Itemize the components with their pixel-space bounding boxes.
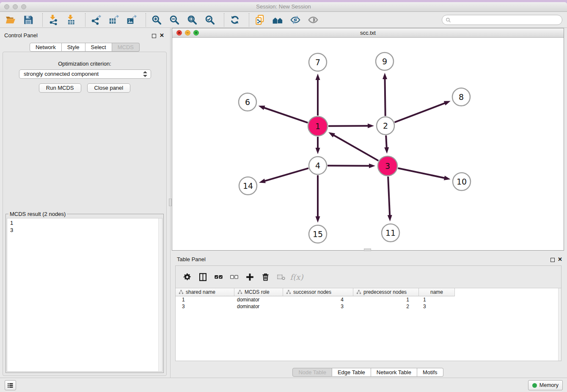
control-panel-tabs: NetworkStyleSelectMCDS xyxy=(0,43,169,52)
clone-network-icon[interactable] xyxy=(254,14,265,25)
tab-select[interactable]: Select xyxy=(85,43,112,52)
tab-mcds[interactable]: MCDS xyxy=(112,43,140,52)
graph-node-2[interactable]: 2 xyxy=(377,117,394,135)
table-cell[interactable]: 3 xyxy=(176,304,234,310)
home-icon[interactable] xyxy=(272,14,283,25)
table-cell[interactable]: 3 xyxy=(419,304,455,310)
search-field[interactable] xyxy=(442,15,562,25)
network-canvas[interactable]: 7968124314101511 xyxy=(172,38,564,250)
control-panel-close-button[interactable]: ✕ xyxy=(160,33,164,38)
result-scrollbar[interactable] xyxy=(158,218,162,371)
graph-node-14[interactable]: 14 xyxy=(239,177,257,195)
toolbar-separator xyxy=(85,13,85,27)
delete-column-icon[interactable] xyxy=(261,272,270,282)
zoom-in-icon[interactable] xyxy=(151,14,162,25)
column-header-shared-name[interactable]: shared name xyxy=(176,288,234,296)
run-mcds-button[interactable]: Run MCDS xyxy=(39,83,81,93)
panel-splitter-handle[interactable] xyxy=(169,199,172,206)
table-header-row: shared nameMCDS rolesuccessor nodesprede… xyxy=(176,288,455,296)
column-header-predecessor-nodes[interactable]: predecessor nodes xyxy=(353,288,419,296)
import-network-icon[interactable] xyxy=(48,14,59,25)
tab-node-table[interactable]: Node Table xyxy=(292,368,332,377)
dropdown-stepper-icon xyxy=(143,71,148,77)
graph-node-7[interactable]: 7 xyxy=(309,53,327,71)
graph-edge-1-4[interactable] xyxy=(316,137,320,154)
graph-edge-4-15[interactable] xyxy=(316,175,320,223)
table-cell[interactable]: 1 xyxy=(419,297,455,304)
graph-edge-3-1[interactable] xyxy=(328,132,378,160)
table-rows: 1dominator4113dominator323 xyxy=(176,297,561,310)
graph-node-1[interactable]: 1 xyxy=(308,116,328,136)
close-panel-button[interactable]: Close panel xyxy=(87,83,131,93)
graph-node-11[interactable]: 11 xyxy=(382,224,399,242)
export-table-icon[interactable] xyxy=(108,14,119,25)
table-row[interactable]: 1dominator411 xyxy=(176,297,561,304)
graph-node-10[interactable]: 10 xyxy=(453,173,471,190)
tab-edge-table[interactable]: Edge Table xyxy=(332,368,371,377)
graph-edge-1-7[interactable] xyxy=(316,74,320,116)
settings-gear-icon[interactable] xyxy=(182,272,192,282)
graph-node-8[interactable]: 8 xyxy=(452,88,470,106)
deselect-all-icon[interactable] xyxy=(229,272,239,282)
mcds-result-textarea[interactable]: 13 xyxy=(7,218,162,372)
save-session-icon[interactable] xyxy=(23,14,34,25)
refresh-icon[interactable] xyxy=(229,14,240,25)
table-row[interactable]: 3dominator323 xyxy=(176,304,561,310)
graph-node-3[interactable]: 3 xyxy=(378,156,397,176)
zoom-out-icon[interactable] xyxy=(169,14,180,25)
open-file-icon[interactable] xyxy=(5,14,16,25)
table-panel-float-button[interactable] xyxy=(550,258,555,262)
network-resize-handle[interactable] xyxy=(364,248,371,251)
criterion-value: strongly connected component xyxy=(24,71,99,77)
table-cell[interactable]: dominator xyxy=(234,297,283,304)
table-panel-close-button[interactable]: ✕ xyxy=(558,257,562,262)
graph-node-4[interactable]: 4 xyxy=(309,157,327,174)
tab-style[interactable]: Style xyxy=(62,43,85,52)
search-input[interactable] xyxy=(451,16,562,24)
network-graph: 7968124314101511 xyxy=(172,38,564,250)
table-cell[interactable]: 2 xyxy=(353,304,419,310)
table-cell[interactable]: 1 xyxy=(176,297,234,304)
select-all-icon[interactable] xyxy=(214,272,223,282)
graph-node-15[interactable]: 15 xyxy=(309,225,327,243)
export-image-icon[interactable] xyxy=(126,14,137,25)
graph-node-label: 11 xyxy=(385,228,396,237)
split-panel-icon[interactable] xyxy=(198,272,207,282)
graph-node-label: 7 xyxy=(315,58,320,67)
column-header-successor-nodes[interactable]: successor nodes xyxy=(283,288,353,296)
control-panel-float-button[interactable] xyxy=(152,34,156,38)
zoom-selected-icon[interactable] xyxy=(204,14,215,25)
criterion-dropdown[interactable]: strongly connected component xyxy=(19,69,151,79)
column-header-mcds-role[interactable]: MCDS role xyxy=(234,288,283,296)
column-header-name[interactable]: name xyxy=(419,288,455,296)
tab-network-table[interactable]: Network Table xyxy=(371,368,417,377)
tab-motifs[interactable]: Motifs xyxy=(417,368,443,377)
task-history-button[interactable] xyxy=(5,380,16,390)
table-scrollbar[interactable] xyxy=(558,288,561,361)
hide-panel-icon[interactable] xyxy=(290,14,301,25)
graph-edge-2-8[interactable] xyxy=(395,101,451,122)
table-cell[interactable]: 1 xyxy=(353,297,419,304)
graph-edge-4-3[interactable] xyxy=(328,163,375,168)
graph-edge-1-6[interactable] xyxy=(259,105,308,122)
graph-edge-2-9[interactable] xyxy=(383,73,387,116)
graph-node-label: 8 xyxy=(459,92,464,102)
graph-edge-4-14[interactable] xyxy=(259,168,308,183)
graph-node-6[interactable]: 6 xyxy=(239,93,256,111)
optimization-criterion-label: Optimization criterion: xyxy=(3,61,166,67)
memory-button[interactable]: Memory xyxy=(528,380,563,390)
export-network-icon[interactable] xyxy=(91,14,102,25)
graph-edge-1-2[interactable] xyxy=(328,124,374,128)
zoom-fit-icon[interactable] xyxy=(187,14,198,25)
graph-edge-3-10[interactable] xyxy=(398,168,450,180)
graph-edge-2-3[interactable] xyxy=(384,135,389,154)
import-table-icon[interactable] xyxy=(66,14,77,25)
add-column-icon[interactable] xyxy=(245,272,254,282)
tab-network[interactable]: Network xyxy=(30,43,62,52)
graph-node-label: 6 xyxy=(245,97,250,107)
table-cell[interactable]: 3 xyxy=(283,304,353,310)
table-cell[interactable]: 4 xyxy=(283,297,353,304)
graph-node-9[interactable]: 9 xyxy=(376,52,394,70)
table-cell[interactable]: dominator xyxy=(234,304,283,310)
graph-edge-3-11[interactable] xyxy=(388,177,392,221)
